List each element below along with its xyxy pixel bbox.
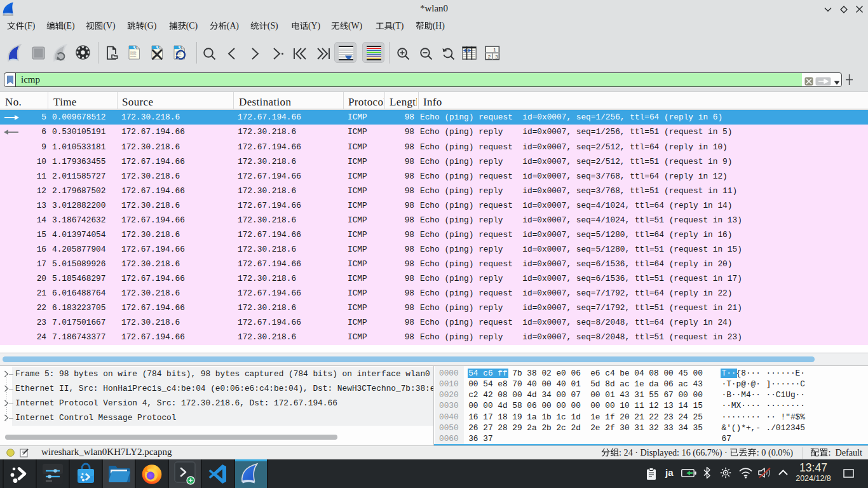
svg-text:0101: 0101 <box>130 55 137 58</box>
svg-text:1: 1 <box>493 47 496 53</box>
svg-text:3: 3 <box>495 54 498 60</box>
svg-text:2: 2 <box>488 54 491 60</box>
